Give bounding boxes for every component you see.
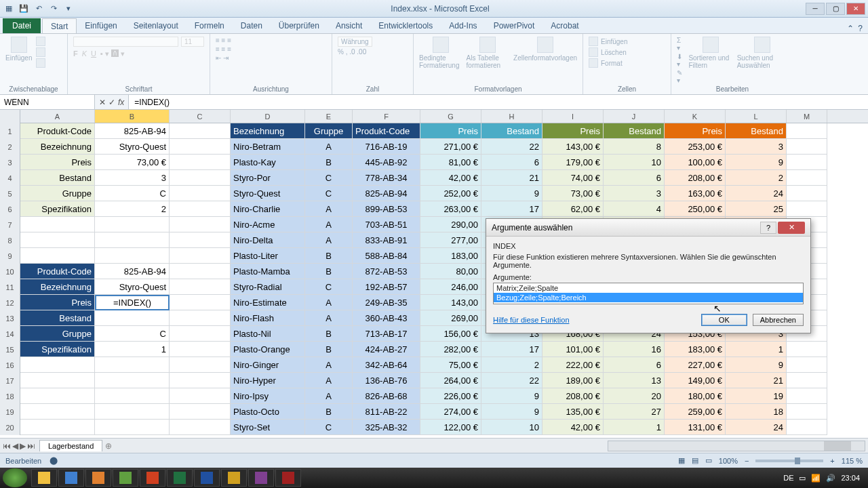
cell[interactable]: 826-AB-68 bbox=[353, 388, 420, 404]
cell[interactable]: 259,00 € bbox=[665, 404, 726, 420]
file-tab[interactable]: Datei bbox=[3, 18, 41, 33]
col-header-M[interactable]: M bbox=[787, 110, 827, 123]
fx-icon[interactable]: fx bbox=[118, 98, 124, 107]
cell[interactable]: 22 bbox=[481, 139, 542, 155]
undo-icon[interactable]: ↶ bbox=[33, 3, 45, 15]
row-header-16[interactable]: 16 bbox=[0, 357, 20, 373]
value-B3[interactable]: 73,00 € bbox=[95, 155, 170, 170]
cell[interactable]: 10 bbox=[604, 155, 665, 170]
row-header-15[interactable]: 15 bbox=[0, 342, 20, 357]
args-option-2[interactable]: Bezug;Zeile;Spalte;Bereich bbox=[494, 293, 803, 302]
cond-format-button[interactable]: Bedingte Formatierung bbox=[419, 37, 462, 69]
row-header-13[interactable]: 13 bbox=[0, 310, 20, 326]
row-header-14[interactable]: 14 bbox=[0, 326, 20, 342]
cell[interactable]: 716-AB-19 bbox=[353, 139, 420, 155]
find-select-button[interactable]: Suchen und Auswählen bbox=[737, 37, 788, 69]
label-A12[interactable]: Preis bbox=[20, 295, 95, 310]
cell[interactable]: 6 bbox=[604, 357, 665, 373]
cell[interactable]: Niro-Delta bbox=[231, 232, 305, 248]
tray-volume-icon[interactable]: 🔊 bbox=[826, 474, 835, 483]
cell-C8[interactable] bbox=[170, 232, 231, 248]
cell[interactable]: 21 bbox=[726, 373, 787, 388]
cell[interactable]: 9 bbox=[481, 186, 542, 201]
sheet-nav-last-icon[interactable]: ⏭ bbox=[27, 441, 35, 451]
cell[interactable]: Bestand bbox=[481, 123, 542, 139]
sort-filter-button[interactable]: Sortieren und Filtern bbox=[688, 37, 732, 69]
row-header-5[interactable]: 5 bbox=[0, 186, 20, 201]
start-button[interactable] bbox=[3, 468, 27, 487]
row-header-17[interactable]: 17 bbox=[0, 373, 20, 388]
maximize-button[interactable]: ▢ bbox=[826, 3, 845, 15]
row-header-1[interactable]: 1 bbox=[0, 123, 20, 139]
cell[interactable]: Bestand bbox=[726, 123, 787, 139]
row-header-2[interactable]: 2 bbox=[0, 139, 20, 155]
cell-M6[interactable] bbox=[787, 201, 827, 217]
cell-C15[interactable] bbox=[170, 342, 231, 357]
qat-more-icon[interactable]: ▾ bbox=[62, 3, 75, 15]
cell[interactable]: 3 bbox=[726, 139, 787, 155]
cell[interactable]: Niro-Acme bbox=[231, 217, 305, 232]
cell-C7[interactable] bbox=[170, 217, 231, 232]
cell[interactable]: B bbox=[305, 248, 353, 264]
cell[interactable]: 208,00 € bbox=[542, 388, 604, 404]
cell[interactable]: Niro-Charlie bbox=[231, 201, 305, 217]
cell[interactable]: 713-AB-17 bbox=[353, 326, 420, 342]
value-B20[interactable] bbox=[95, 420, 170, 435]
cell-C3[interactable] bbox=[170, 155, 231, 170]
cell[interactable]: B bbox=[305, 404, 353, 420]
cell[interactable]: 424-AB-27 bbox=[353, 342, 420, 357]
cell[interactable]: Niro-Hyper bbox=[231, 373, 305, 388]
cell[interactable]: 183,00 bbox=[420, 248, 481, 264]
redo-icon[interactable]: ↷ bbox=[47, 3, 60, 15]
cell[interactable]: 62,00 € bbox=[542, 201, 604, 217]
cell[interactable]: 588-AB-84 bbox=[353, 248, 420, 264]
cell-M5[interactable] bbox=[787, 186, 827, 201]
cell[interactable]: Plasto-Kay bbox=[231, 155, 305, 170]
cell[interactable]: 136-AB-76 bbox=[353, 373, 420, 388]
format-painter-icon[interactable] bbox=[36, 58, 45, 68]
cell[interactable]: 246,00 bbox=[420, 279, 481, 295]
task-app3[interactable] bbox=[275, 469, 301, 487]
row-header-10[interactable]: 10 bbox=[0, 264, 20, 279]
cell-M18[interactable] bbox=[787, 388, 827, 404]
task-powerpoint[interactable] bbox=[140, 469, 165, 487]
cell[interactable]: Niro-Ginger bbox=[231, 357, 305, 373]
cell[interactable]: 271,00 € bbox=[420, 139, 481, 155]
cell[interactable]: 9 bbox=[726, 357, 787, 373]
dialog-help-link[interactable]: Hilfe für diese Funktion bbox=[493, 316, 570, 324]
cell[interactable]: 74,00 € bbox=[542, 170, 604, 186]
cell[interactable]: 264,00 € bbox=[420, 373, 481, 388]
cell[interactable]: 277,00 bbox=[420, 232, 481, 248]
tray-flag-icon[interactable]: ▭ bbox=[799, 474, 806, 483]
row-header-11[interactable]: 11 bbox=[0, 279, 20, 295]
tab-ueberpruefen[interactable]: Überprüfen bbox=[271, 18, 328, 33]
label-A14[interactable]: Gruppe bbox=[20, 326, 95, 342]
tab-entwicklertools[interactable]: Entwicklertools bbox=[370, 18, 441, 33]
label-A7[interactable] bbox=[20, 217, 95, 232]
task-ie[interactable] bbox=[58, 469, 84, 487]
value-B16[interactable] bbox=[95, 357, 170, 373]
cell[interactable]: 274,00 € bbox=[420, 404, 481, 420]
value-B17[interactable] bbox=[95, 373, 170, 388]
col-header-K[interactable]: K bbox=[665, 110, 726, 123]
col-header-B[interactable]: B bbox=[95, 110, 170, 123]
task-app1[interactable] bbox=[113, 469, 138, 487]
label-A5[interactable]: Gruppe bbox=[20, 186, 95, 201]
cell[interactable]: 42,00 € bbox=[420, 170, 481, 186]
row-header-18[interactable]: 18 bbox=[0, 388, 20, 404]
cell-M1[interactable] bbox=[787, 123, 827, 139]
cell[interactable]: A bbox=[305, 373, 353, 388]
insert-cells-button[interactable]: Einfügen bbox=[589, 37, 627, 46]
col-header-D[interactable]: D bbox=[231, 110, 305, 123]
cell[interactable]: 163,00 € bbox=[665, 186, 726, 201]
paste-button[interactable]: Einfügen bbox=[5, 37, 32, 62]
tab-daten[interactable]: Daten bbox=[233, 18, 271, 33]
value-B2[interactable]: Styro-Quest bbox=[95, 139, 170, 155]
cell[interactable]: 226,00 € bbox=[420, 388, 481, 404]
col-header-L[interactable]: L bbox=[726, 110, 787, 123]
view-pagelayout-icon[interactable]: ▤ bbox=[692, 456, 698, 465]
task-media[interactable] bbox=[85, 469, 111, 487]
cell[interactable]: 872-AB-53 bbox=[353, 264, 420, 279]
cell-C19[interactable] bbox=[170, 404, 231, 420]
label-A8[interactable] bbox=[20, 232, 95, 248]
